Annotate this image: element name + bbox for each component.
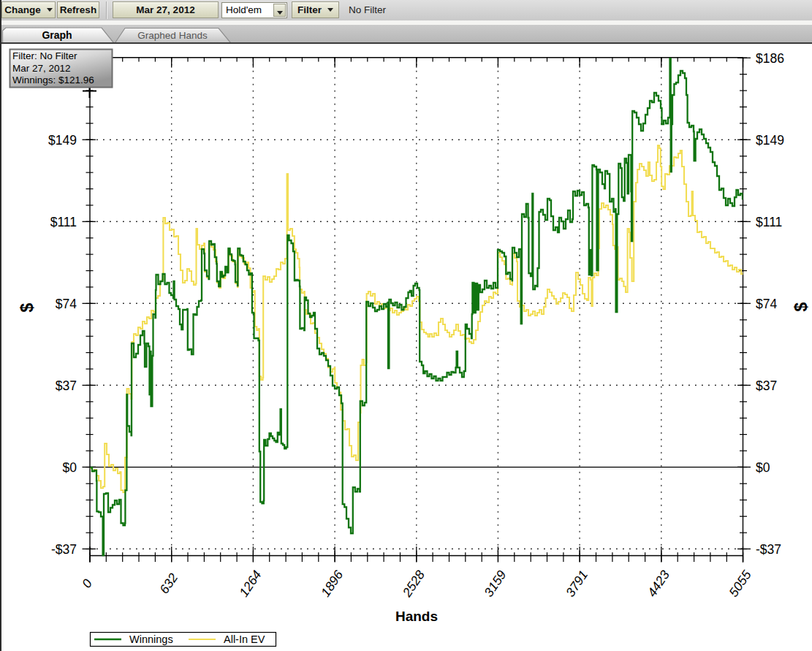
svg-text:Graphed Hands: Graphed Hands: [137, 30, 208, 41]
svg-text:0: 0: [79, 576, 95, 590]
svg-text:$186: $186: [756, 51, 784, 66]
svg-text:Winnings: $121.96: Winnings: $121.96: [12, 75, 94, 85]
svg-text:$111: $111: [756, 215, 782, 229]
svg-text:Filter: No Filter: Filter: No Filter: [12, 50, 77, 61]
svg-text:$111: $111: [50, 215, 77, 229]
svg-text:All-In EV: All-In EV: [224, 633, 265, 645]
svg-text:$37: $37: [756, 378, 777, 393]
svg-text:2528: 2528: [399, 568, 428, 601]
svg-text:$0: $0: [756, 460, 770, 475]
svg-text:3159: 3159: [481, 568, 509, 600]
svg-text:Graph: Graph: [42, 29, 72, 41]
svg-text:$: $: [18, 302, 37, 312]
svg-text:1896: 1896: [318, 568, 346, 600]
svg-text:-$37: -$37: [51, 542, 77, 557]
svg-text:$: $: [792, 302, 811, 311]
svg-text:-$37: -$37: [756, 542, 781, 557]
svg-text:1264: 1264: [236, 568, 265, 600]
svg-text:$74: $74: [56, 297, 77, 311]
svg-text:5055: 5055: [726, 568, 754, 600]
svg-text:$149: $149: [48, 133, 77, 148]
svg-text:Winnings: Winnings: [129, 633, 173, 645]
svg-text:$0: $0: [63, 460, 77, 475]
svg-text:4423: 4423: [645, 568, 673, 600]
svg-text:Mar 27, 2012: Mar 27, 2012: [12, 63, 71, 74]
svg-text:$74: $74: [756, 297, 777, 311]
svg-text:$37: $37: [56, 378, 77, 393]
svg-text:$149: $149: [756, 133, 784, 148]
svg-text:632: 632: [156, 571, 181, 597]
svg-text:Hands: Hands: [395, 609, 438, 624]
svg-text:3791: 3791: [563, 568, 591, 599]
